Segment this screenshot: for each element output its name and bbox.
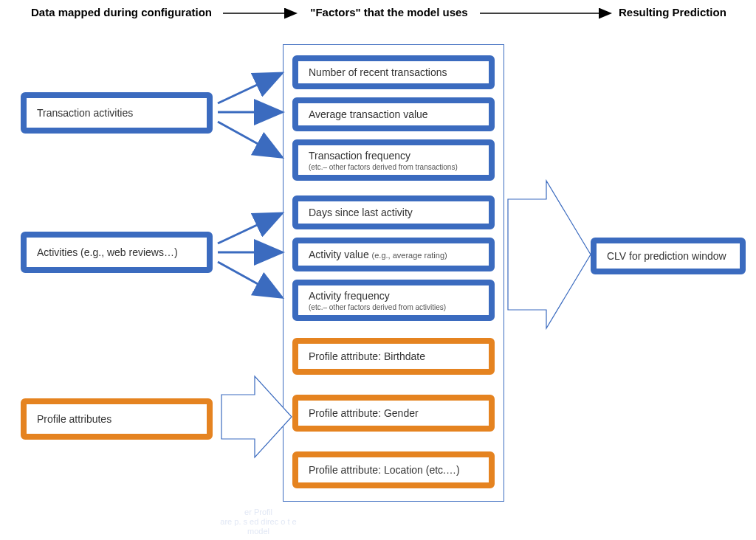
input-profile-label: Profile attributes bbox=[37, 413, 196, 425]
factor-label: Profile attribute: Birthdate bbox=[309, 350, 478, 362]
factor-label: Days since last activity bbox=[309, 207, 478, 218]
factor-label: Profile attribute: Location (etc.…) bbox=[309, 464, 478, 476]
faded-line3: model bbox=[199, 527, 317, 536]
big-arrow-profile bbox=[221, 376, 292, 457]
arrow-act-1 bbox=[218, 214, 281, 243]
factor-profile-gender: Profile attribute: Gender bbox=[292, 395, 495, 432]
factor-label: Average transaction value bbox=[309, 108, 478, 120]
output-clv: CLV for prediction window bbox=[591, 238, 746, 274]
factor-sublabel: (etc.– other factors derived from transa… bbox=[309, 163, 478, 171]
input-profile: Profile attributes bbox=[21, 398, 213, 440]
factor-sublabel: (etc.– other factors derived from activi… bbox=[309, 303, 478, 311]
factor-transaction-frequency: Transaction frequency (etc.– other facto… bbox=[292, 139, 495, 181]
factor-avg-transaction-value: Average transaction value bbox=[292, 97, 495, 131]
output-label: CLV for prediction window bbox=[607, 250, 729, 262]
factor-profile-birthdate: Profile attribute: Birthdate bbox=[292, 338, 495, 375]
arrow-tx-1 bbox=[218, 74, 281, 103]
input-activities-label: Activities (e.g., web reviews…) bbox=[37, 246, 196, 258]
factor-activity-frequency: Activity frequency (etc.– other factors … bbox=[292, 280, 495, 321]
faded-line1: er Profil bbox=[199, 508, 317, 517]
factor-activity-value: Activity value (e.g., average rating) bbox=[292, 238, 495, 271]
factor-label: Activity value bbox=[309, 249, 369, 260]
arrow-act-3 bbox=[218, 262, 281, 297]
faded-footer: er Profil are p. s ed direc o t e model bbox=[199, 508, 317, 537]
input-activities: Activities (e.g., web reviews…) bbox=[21, 232, 213, 273]
input-transactions-label: Transaction activities bbox=[37, 107, 196, 119]
header-right: Resulting Prediction bbox=[619, 6, 726, 18]
header-left: Data mapped during configuration bbox=[31, 6, 212, 18]
factor-label: Profile attribute: Gender bbox=[309, 407, 478, 419]
arrow-tx-3 bbox=[218, 122, 281, 156]
factor-label: Number of recent transactions bbox=[309, 66, 478, 78]
factor-sublabel: (e.g., average rating) bbox=[372, 251, 447, 260]
header-mid: "Factors" that the model uses bbox=[308, 6, 470, 18]
factor-recent-transactions: Number of recent transactions bbox=[292, 55, 495, 89]
factor-days-since-activity: Days since last activity bbox=[292, 195, 495, 229]
factor-profile-location: Profile attribute: Location (etc.…) bbox=[292, 451, 495, 488]
big-arrow-output bbox=[508, 181, 591, 328]
input-transactions: Transaction activities bbox=[21, 92, 213, 134]
factor-label: Transaction frequency bbox=[309, 150, 478, 162]
faded-line2: are p. s ed direc o t e bbox=[199, 517, 317, 527]
factor-label: Activity frequency bbox=[309, 290, 478, 302]
